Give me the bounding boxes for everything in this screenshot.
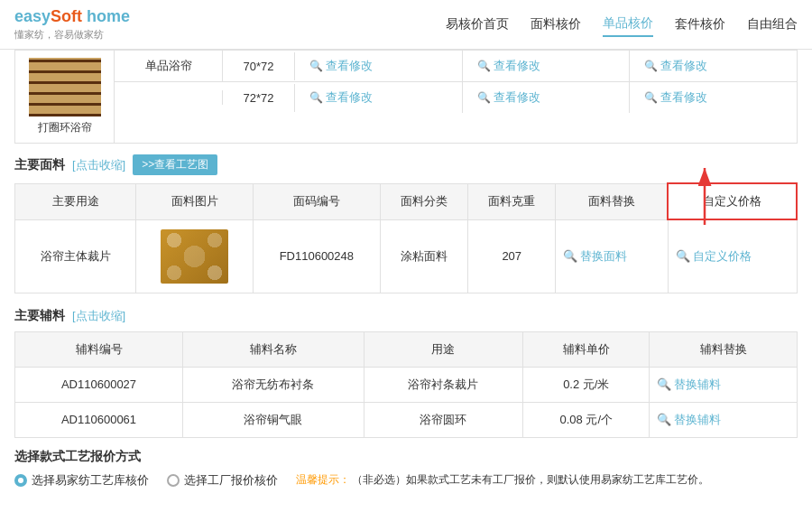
product-row1-view1[interactable]: 🔍查看修改 xyxy=(295,51,463,81)
logo-easy: easy xyxy=(14,7,51,25)
aux-th-replace: 辅料替换 xyxy=(650,331,798,367)
logo: easySoft home 懂家纺，容易做家纺 xyxy=(14,7,130,42)
logo-soft: Soft xyxy=(51,7,82,25)
aux-name-1: 浴帘无纺布衬条 xyxy=(183,367,364,402)
aux-th-usage: 用途 xyxy=(364,331,522,367)
product-table: 打圈环浴帘 单品浴帘 70*72 🔍查看修改 🔍查看修改 🔍查看修改 xyxy=(15,51,797,143)
fabric-purpose: 浴帘主体裁片 xyxy=(15,219,136,293)
fabric-row-1: 浴帘主体裁片 FD110600248 涂粘面料 207 🔍替换面料 🔍自定义价格 xyxy=(15,219,798,293)
fabric-custom-price-cell[interactable]: 🔍自定义价格 xyxy=(668,219,797,293)
product-row1-view2[interactable]: 🔍查看修改 xyxy=(463,51,631,81)
logo-tagline: 懂家纺，容易做家纺 xyxy=(14,28,130,42)
radio-label-1: 选择易家纺工艺库核价 xyxy=(32,472,149,489)
product-row2-view2[interactable]: 🔍查看修改 xyxy=(463,82,631,113)
product-row2-size: 72*72 xyxy=(223,84,295,112)
product-row2-label xyxy=(115,90,223,105)
aux-replace-2[interactable]: 🔍替换辅料 xyxy=(650,402,798,437)
pricing-hint: 温馨提示： （非必选）如果款式工艺未有工厂报价，则默认使用易家纺工艺库工艺价。 xyxy=(296,472,709,488)
fabric-replace-cell[interactable]: 🔍替换面料 xyxy=(556,219,668,293)
aux-row-1: AD110600027 浴帘无纺布衬条 浴帘衬条裁片 0.2 元/米 🔍替换辅料 xyxy=(15,367,798,402)
pricing-options: 选择易家纺工艺库核价 选择工厂报价核价 温馨提示： （非必选）如果款式工艺未有工… xyxy=(14,472,798,489)
main-nav: 易核价首页 面料核价 单品核价 套件核价 自由组合 xyxy=(446,12,798,37)
radio-label-2: 选择工厂报价核价 xyxy=(184,472,278,489)
product-row1-view3[interactable]: 🔍查看修改 xyxy=(630,51,797,81)
radio-option-2[interactable]: 选择工厂报价核价 xyxy=(167,472,278,489)
aux-th-name: 辅料名称 xyxy=(183,331,364,367)
main-fabric-table: 主要用途 面料图片 面码编号 面料分类 面料克重 面料替换 自定义价格 浴帘主体… xyxy=(14,182,798,293)
aux-th-price: 辅料单价 xyxy=(523,331,650,367)
aux-name-2: 浴帘铜气眼 xyxy=(183,402,364,437)
main-fabric-title: 主要面料 xyxy=(14,157,65,173)
th-code: 面码编号 xyxy=(254,183,380,219)
aux-fabric-table: 辅料编号 辅料名称 用途 辅料单价 辅料替换 AD110600027 浴帘无纺布… xyxy=(14,331,798,438)
pricing-section: 选择款式工艺报价方式 选择易家纺工艺库核价 选择工厂报价核价 温馨提示： （非必… xyxy=(14,449,798,489)
th-img: 面料图片 xyxy=(136,183,254,219)
radio-option-1[interactable]: 选择易家纺工艺库核价 xyxy=(14,472,149,489)
aux-code-1: AD110600027 xyxy=(15,367,183,402)
fabric-img-cell xyxy=(136,219,254,293)
product-row-1: 单品浴帘 70*72 🔍查看修改 🔍查看修改 🔍查看修改 xyxy=(115,51,797,82)
main-fabric-section: 主要面料 [点击收缩] >>查看工艺图 主要用途 面料图片 面码编号 面料分类 … xyxy=(14,154,798,293)
product-row1-label: 单品浴帘 xyxy=(115,51,223,81)
th-custom-price: 自定义价格 xyxy=(668,183,797,219)
nav-item-combo[interactable]: 自由组合 xyxy=(747,13,798,36)
aux-fabric-title: 主要辅料 xyxy=(14,308,65,324)
aux-fabric-collapse[interactable]: [点击收缩] xyxy=(72,308,125,324)
hint-text: （非必选）如果款式工艺未有工厂报价，则默认使用易家纺工艺库工艺价。 xyxy=(352,472,709,488)
radio-circle-2[interactable] xyxy=(167,474,180,487)
radio-circle-1[interactable] xyxy=(14,474,27,487)
th-weight: 面料克重 xyxy=(468,183,556,219)
th-category: 面料分类 xyxy=(380,183,467,219)
main-fabric-table-wrapper: 主要用途 面料图片 面码编号 面料分类 面料克重 面料替换 自定义价格 浴帘主体… xyxy=(14,182,798,293)
aux-th-code: 辅料编号 xyxy=(15,331,183,367)
aux-price-1: 0.2 元/米 xyxy=(523,367,650,402)
product-image xyxy=(29,58,101,116)
fabric-code: FD110600248 xyxy=(254,219,380,293)
aux-fabric-header: 主要辅料 [点击收缩] xyxy=(14,308,798,324)
pricing-title: 选择款式工艺报价方式 xyxy=(14,449,798,465)
product-image-cell: 打圈环浴帘 xyxy=(15,51,115,143)
header: easySoft home 懂家纺，容易做家纺 易核价首页 面料核价 单品核价 … xyxy=(0,0,812,50)
aux-fabric-section: 主要辅料 [点击收缩] 辅料编号 辅料名称 用途 辅料单价 辅料替换 AD110… xyxy=(14,308,798,438)
product-row-2: 72*72 🔍查看修改 🔍查看修改 🔍查看修改 xyxy=(115,82,797,113)
nav-item-single[interactable]: 单品核价 xyxy=(603,12,653,37)
hint-label: 温馨提示： xyxy=(296,472,350,488)
aux-row-2: AD110600061 浴帘铜气眼 浴帘圆环 0.08 元/个 🔍替换辅料 xyxy=(15,402,798,437)
product-name: 打圈环浴帘 xyxy=(38,120,92,135)
aux-usage-2: 浴帘圆环 xyxy=(364,402,522,437)
product-section: 打圈环浴帘 单品浴帘 70*72 🔍查看修改 🔍查看修改 🔍查看修改 xyxy=(14,50,798,144)
product-row2-view1[interactable]: 🔍查看修改 xyxy=(295,82,463,113)
fabric-category: 涂粘面料 xyxy=(380,219,467,293)
nav-item-set[interactable]: 套件核价 xyxy=(675,13,725,36)
product-rows-area: 单品浴帘 70*72 🔍查看修改 🔍查看修改 🔍查看修改 72*72 🔍查看修改 xyxy=(115,51,797,143)
aux-usage-1: 浴帘衬条裁片 xyxy=(364,367,522,402)
main-fabric-collapse[interactable]: [点击收缩] xyxy=(72,157,125,173)
product-row2-view3[interactable]: 🔍查看修改 xyxy=(630,82,797,113)
aux-replace-1[interactable]: 🔍替换辅料 xyxy=(650,367,798,402)
aux-code-2: AD110600061 xyxy=(15,402,183,437)
th-replace: 面料替换 xyxy=(556,183,668,219)
process-view-btn[interactable]: >>查看工艺图 xyxy=(133,154,217,175)
logo-home: home xyxy=(82,7,130,25)
nav-item-home[interactable]: 易核价首页 xyxy=(446,13,509,36)
nav-item-fabric[interactable]: 面料核价 xyxy=(531,13,581,36)
aux-price-2: 0.08 元/个 xyxy=(523,402,650,437)
th-purpose: 主要用途 xyxy=(15,183,136,219)
product-row1-size: 70*72 xyxy=(223,52,295,80)
fabric-weight: 207 xyxy=(468,219,556,293)
main-fabric-header: 主要面料 [点击收缩] >>查看工艺图 xyxy=(14,154,798,175)
